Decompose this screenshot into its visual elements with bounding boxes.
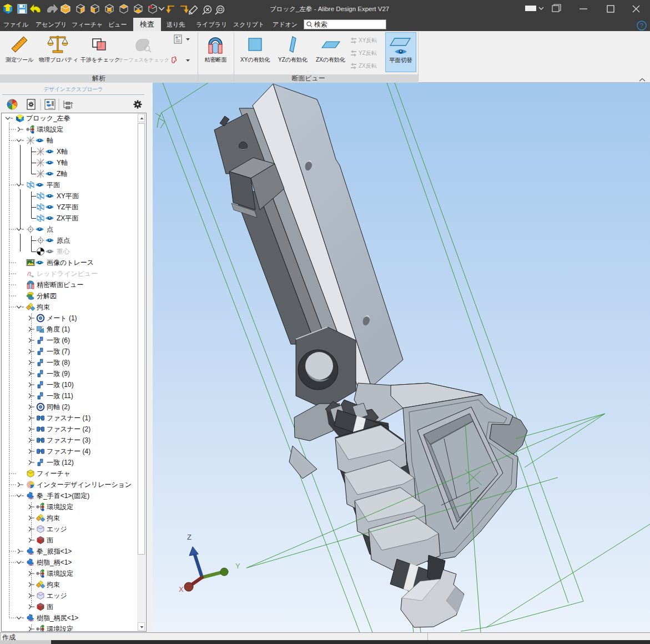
svg-text:フィーチャ: フィーチャ xyxy=(37,470,70,477)
svg-text:同軸 (2): 同軸 (2) xyxy=(47,403,70,411)
svg-text:エッジ: エッジ xyxy=(47,592,67,600)
svg-text:角度 (1): 角度 (1) xyxy=(46,325,70,333)
svg-text:面: 面 xyxy=(47,536,53,544)
svg-text:軸: 軸 xyxy=(47,137,53,144)
svg-text:拳_親指<1>: 拳_親指<1> xyxy=(37,547,72,555)
svg-text:樹脂_柄<1>: 樹脂_柄<1> xyxy=(37,559,72,566)
svg-text:ファスナー (4): ファスナー (4) xyxy=(47,447,90,455)
svg-text:拘束: 拘束 xyxy=(36,303,50,311)
svg-text:分解図: 分解図 xyxy=(37,292,57,300)
svg-text:一致 (11): 一致 (11) xyxy=(47,392,73,400)
svg-text:環境設定: 環境設定 xyxy=(37,125,63,133)
svg-text:一致 (12): 一致 (12) xyxy=(47,459,74,466)
svg-text:インターデザインリレーション: インターデザインリレーション xyxy=(37,481,132,489)
svg-text:拘束: 拘束 xyxy=(46,514,60,522)
svg-text:樹脂_柄尻<1>: 樹脂_柄尻<1> xyxy=(37,614,78,622)
svg-text:Y: Y xyxy=(235,562,240,570)
svg-text:平面: 平面 xyxy=(47,181,60,189)
svg-text:ファスナー (2): ファスナー (2) xyxy=(47,425,90,433)
svg-text:エッジ: エッジ xyxy=(47,525,67,533)
svg-text:X: X xyxy=(179,585,184,593)
svg-text:ブロック_左拳: ブロック_左拳 xyxy=(26,114,70,122)
svg-text:一致 (7): 一致 (7) xyxy=(47,348,70,355)
svg-text:重心: 重心 xyxy=(57,248,70,255)
svg-text:YZ平面: YZ平面 xyxy=(57,203,78,211)
svg-text:Z軸: Z軸 xyxy=(57,170,67,178)
svg-text:X軸: X軸 xyxy=(57,148,68,155)
svg-text:Z: Z xyxy=(187,533,192,541)
svg-text:原点: 原点 xyxy=(57,237,70,244)
svg-text:精密断面ビュー: 精密断面ビュー xyxy=(37,281,84,289)
svg-text:点: 点 xyxy=(47,225,53,233)
svg-text:ファスナー (1): ファスナー (1) xyxy=(47,414,90,422)
svg-text:Y軸: Y軸 xyxy=(57,159,68,167)
svg-text:メート (1): メート (1) xyxy=(47,314,77,322)
svg-text:面: 面 xyxy=(47,603,53,611)
svg-text:環境設定: 環境設定 xyxy=(47,503,73,511)
svg-text:一致 (6): 一致 (6) xyxy=(47,336,70,344)
svg-text:ZX平面: ZX平面 xyxy=(57,214,78,222)
svg-text:?: ? xyxy=(640,22,643,29)
svg-text:拳_手首<1>(固定): 拳_手首<1>(固定) xyxy=(37,492,89,500)
svg-text:XY平面: XY平面 xyxy=(57,192,79,200)
svg-text:環境設定: 環境設定 xyxy=(47,625,73,631)
svg-text:ファスナー (3): ファスナー (3) xyxy=(47,436,90,444)
svg-text:レッドラインビュー: レッドラインビュー xyxy=(37,270,98,278)
svg-text:拘束: 拘束 xyxy=(46,581,60,588)
svg-text:一致 (9): 一致 (9) xyxy=(47,370,70,378)
svg-text:画像のトレース: 画像のトレース xyxy=(47,259,94,266)
svg-text:環境設定: 環境設定 xyxy=(47,570,73,577)
svg-text:一致 (8): 一致 (8) xyxy=(47,359,70,366)
svg-text:一致 (10): 一致 (10) xyxy=(47,381,74,389)
